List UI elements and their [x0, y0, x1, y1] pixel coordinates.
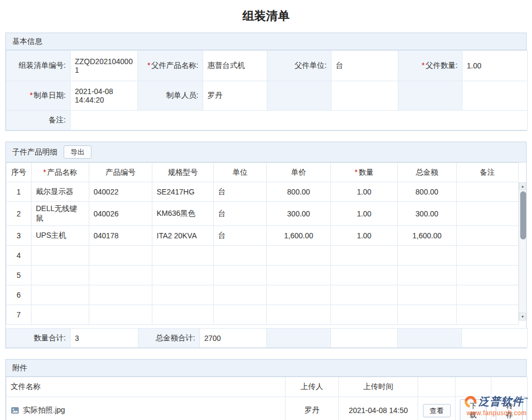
cell-seq: 5 — [6, 266, 32, 285]
attachment-uploader: 罗丹 — [286, 397, 339, 420]
parent-name-label: *父件产品名称: — [138, 51, 203, 81]
label-text: 制单人员: — [166, 91, 198, 99]
cell-total — [398, 266, 457, 285]
cell-qty: 1.00 — [331, 182, 398, 202]
empty-value-cell — [462, 329, 528, 348]
empty-label-cell — [398, 81, 462, 111]
cell-total: 800.00 — [398, 182, 457, 202]
view-button[interactable]: 查看 — [423, 404, 451, 417]
label-text: 组装清单编号: — [19, 61, 66, 69]
cell-unit — [214, 266, 267, 285]
cell-seq: 6 — [6, 285, 32, 305]
image-file-icon — [11, 406, 19, 415]
creator-label: 制单人员: — [138, 81, 203, 111]
cell-qty: 1.00 — [331, 226, 398, 246]
cell-unit: 台 — [214, 202, 267, 226]
parent-qty-value: 1.00 — [462, 51, 528, 81]
page: 组装清单 基本信息 组装清单编号: ZZQD2021040001 *父件产品名称… — [0, 0, 532, 420]
cell-spec: KM636黑色 — [152, 202, 214, 226]
create-date-label: *制单日期: — [6, 81, 71, 111]
cell-remark — [457, 202, 519, 226]
col-label: 产品名称 — [47, 168, 77, 176]
attachment-view-cell: 查看 — [418, 397, 456, 420]
cell-total: 300.00 — [398, 202, 457, 226]
cell-remark — [457, 305, 519, 325]
cell-price: 1,600.00 — [267, 226, 331, 246]
cell-code — [89, 266, 152, 285]
scrollbar-thumb[interactable] — [520, 191, 526, 239]
col-actions-2 — [456, 377, 491, 397]
amount-total-label: 总金额合计: — [138, 329, 200, 348]
cell-code: 040026 — [89, 202, 152, 226]
cell-code — [89, 305, 152, 325]
cell-seq: 2 — [6, 202, 32, 226]
cell-spec — [152, 305, 214, 325]
attachments-section: 附件 文件名称 上传人 上传时间 — [5, 359, 527, 420]
parent-unit-value: 台 — [331, 51, 398, 81]
detail-section: 子件产品明细 导出 序号 *产品名称 产品编号 规格型号 单位 单价 *数量 总… — [5, 142, 527, 348]
empty-label-cell — [267, 329, 331, 348]
qty-total-label: 数量合计: — [6, 329, 71, 348]
required-mark: * — [43, 168, 46, 176]
cell-seq: 3 — [6, 226, 32, 246]
table-row: 5 — [6, 266, 519, 285]
cell-unit — [214, 305, 267, 325]
basic-info-header: 基本信息 — [6, 33, 526, 50]
col-quantity: *数量 — [331, 163, 398, 182]
cell-spec — [152, 266, 214, 285]
cell-spec — [152, 285, 214, 305]
label-text: 备注: — [49, 115, 66, 124]
page-title: 组装清单 — [0, 0, 532, 33]
attachments-column-header-row: 文件名称 上传人 上传时间 — [6, 377, 528, 397]
col-seq: 序号 — [6, 163, 32, 182]
required-mark: * — [354, 168, 357, 176]
basic-info-title: 基本信息 — [12, 37, 42, 46]
col-unit-price: 单价 — [267, 163, 331, 182]
col-remark: 备注 — [457, 163, 519, 182]
totals-row: 数量合计: 3 总金额合计: 2700 — [6, 329, 528, 348]
remark-value — [71, 111, 528, 130]
vertical-scrollbar[interactable]: ▲ ▼ — [519, 182, 526, 321]
attachments-table: 文件名称 上传人 上传时间 实际拍照.jpg — [6, 377, 528, 420]
scrollbar-track[interactable] — [519, 190, 526, 313]
cell-total — [398, 285, 457, 305]
create-date-value: 2021-04-08 14:44:20 — [71, 81, 138, 111]
export-button[interactable]: 导出 — [64, 145, 91, 159]
col-file-name: 文件名称 — [6, 377, 286, 397]
transfer-button[interactable]: 转存 — [496, 399, 523, 420]
cell-name — [32, 285, 89, 305]
cell-seq: 7 — [6, 305, 32, 325]
scroll-up-arrow-icon[interactable]: ▲ — [519, 182, 526, 190]
cell-seq: 4 — [6, 246, 32, 266]
cell-unit: 台 — [214, 226, 267, 246]
table-row: 7 — [6, 305, 519, 325]
attachment-transfer-cell: 转存 — [491, 397, 528, 420]
parent-unit-label: 父件单位: — [267, 51, 331, 81]
download-button[interactable]: 下载 — [460, 399, 487, 420]
col-product-name: *产品名称 — [32, 163, 89, 182]
scroll-down-arrow-icon[interactable]: ▼ — [519, 313, 526, 321]
basic-info-row-2: *制单日期: 2021-04-08 14:44:20 制单人员: 罗丹 — [6, 81, 528, 111]
cell-name: UPS主机 — [32, 226, 89, 246]
table-row: 1 戴尔显示器 040022 SE2417HG 台 800.00 1.00 80… — [6, 182, 519, 202]
label-text: 制单日期: — [34, 91, 66, 99]
cell-remark — [457, 226, 519, 246]
basic-info-table: 组装清单编号: ZZQD2021040001 *父件产品名称: 惠普台式机 父件… — [6, 50, 528, 130]
cell-remark — [457, 266, 519, 285]
attachment-file-cell: 实际拍照.jpg — [6, 397, 286, 420]
attachment-upload-time: 2021-04-08 14:50 — [339, 397, 418, 420]
cell-price — [267, 305, 331, 325]
required-mark: * — [148, 61, 150, 69]
cell-qty: 1.00 — [331, 202, 398, 226]
parent-qty-label: *父件数量: — [398, 51, 462, 81]
cell-code: 040022 — [89, 182, 152, 202]
cell-name — [32, 266, 89, 285]
attachment-file-name[interactable]: 实际拍照.jpg — [23, 406, 65, 415]
cell-price — [267, 285, 331, 305]
col-actions-3 — [491, 377, 528, 397]
list-no-value: ZZQD2021040001 — [71, 51, 138, 81]
cell-unit: 台 — [214, 182, 267, 202]
cell-name — [32, 246, 89, 266]
cell-code: 040178 — [89, 226, 152, 246]
cell-price: 300.00 — [267, 202, 331, 226]
